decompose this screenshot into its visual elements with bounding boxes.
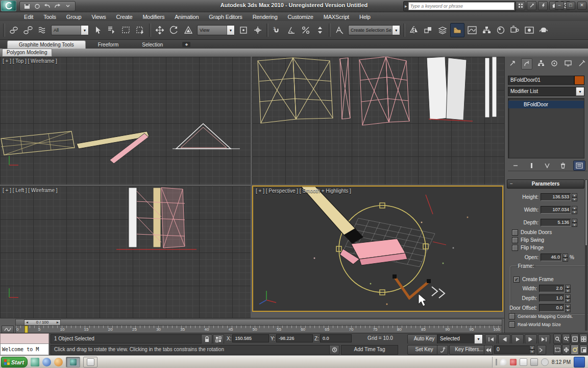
select-and-manipulate-icon[interactable] [251,24,264,37]
motion-tab-icon[interactable] [549,58,559,68]
zoom-extents-icon[interactable] [571,334,579,344]
schematic-view-icon[interactable] [480,24,493,37]
key-step-toggle-icon[interactable] [484,345,493,355]
go-to-start-icon[interactable] [485,334,497,344]
quicklaunch-icon-1[interactable] [31,358,39,366]
slider-next-icon[interactable]: ► [55,320,60,325]
tray-security-icon[interactable] [510,359,517,365]
menu-item[interactable]: MAXScript [319,13,354,20]
selection-lock-icon[interactable] [201,334,212,344]
hierarchy-tab-icon[interactable] [536,58,546,68]
polygon-modeling-panel[interactable]: Polygon Modeling [2,49,52,57]
save-icon[interactable] [23,3,31,10]
key-filters-button[interactable]: Key Filters... [449,345,489,355]
search-go-icon[interactable]: ▸ [405,4,407,9]
time-tag-icon[interactable] [329,345,339,355]
object-name-field[interactable]: BFoldDoor01 [508,76,574,85]
width-spinner[interactable]: ▲▼ [572,206,577,214]
set-key-button[interactable]: Set Key [407,345,441,355]
create-frame-checkbox[interactable]: ✓ Create Frame [513,276,554,283]
rollout-collapse-icon[interactable]: − [510,180,513,188]
search-input[interactable] [408,2,514,10]
width-field[interactable]: 107.034 [541,206,571,214]
bind-to-space-warp-icon[interactable] [36,24,49,37]
select-object-icon[interactable] [91,24,104,37]
absolute-offset-mode-icon[interactable] [213,334,224,344]
rendered-frame-window-icon[interactable] [523,24,536,37]
door-side-assembly[interactable] [129,188,185,248]
frame-spinner[interactable]: ▲▼ [529,346,535,353]
menu-item[interactable]: Group [62,13,86,20]
ribbon-collapse-icon[interactable]: ◆ [182,42,190,47]
bifold-door-white[interactable] [427,57,497,121]
window-crossing-icon[interactable] [134,24,147,37]
use-pivot-point-icon[interactable] [237,24,250,37]
zoom-icon[interactable] [553,334,561,344]
select-and-link-icon[interactable] [7,24,20,37]
orbit-icon[interactable] [571,344,579,355]
subscription-center-icon[interactable] [527,1,536,10]
render-setup-icon[interactable] [508,24,522,37]
door-offset-spinner[interactable]: ▲▼ [565,304,571,312]
frame-depth-field[interactable]: 1.0 [539,294,565,302]
selection-filter-dropdown[interactable]: All ▼ [51,25,89,35]
previous-frame-icon[interactable] [498,334,510,344]
auto-key-button[interactable]: Auto Key [407,334,441,344]
door-offset-field[interactable]: 0.0 [539,304,565,312]
viewport-left[interactable]: [ + ] [ Left ] [ Wireframe ] [0,186,251,318]
viewport-perspective-label[interactable]: [ + ] [ Perspective ] [ Smooth + Highlig… [256,188,351,194]
modifier-stack-item[interactable]: BFoldDoor [508,101,584,108]
dropdown-arrow-icon[interactable]: ▼ [81,26,88,35]
menu-item[interactable]: Tools [39,13,61,20]
checkbox-box[interactable] [509,313,515,319]
dropdown-arrow-icon[interactable]: ▼ [227,26,234,35]
tray-network-icon[interactable] [530,358,538,366]
undo-icon[interactable] [43,3,52,10]
3dsmax-logo-icon[interactable] [1,1,16,11]
title-bar[interactable]: Autodesk 3ds Max 2010 - Unregistered Ver… [0,0,588,12]
named-selection-set-dropdown[interactable]: Create Selection Se ▼ [348,25,400,35]
pan-icon[interactable] [562,344,570,355]
menu-item[interactable]: Help [355,13,375,20]
display-tab-icon[interactable] [563,58,573,68]
perspective-viewport-canvas[interactable] [253,187,502,311]
viewport-left-label[interactable]: [ + ] [ Left ] [ Wireframe ] [3,188,58,193]
dropdown-arrow-icon[interactable]: ▼ [576,87,584,96]
mirror-icon[interactable] [407,24,421,37]
depth-field[interactable]: 5.136 [541,219,571,226]
y-field[interactable]: -98.226 [276,334,313,342]
align-icon[interactable] [422,24,435,37]
spinner-snap-icon[interactable] [313,24,327,37]
modifier-list-dropdown[interactable]: Modifier List ▼ [508,87,584,96]
checkbox-box[interactable] [512,229,518,236]
macro-recorder-pane[interactable] [0,333,49,344]
zoom-extents-all-icon[interactable] [579,334,587,344]
material-editor-icon[interactable] [494,24,507,37]
modify-tab-icon[interactable] [521,58,532,70]
left-viewport-canvas[interactable] [0,186,251,318]
quicklaunch-icon-2[interactable] [54,358,63,366]
scrollbar-thumb[interactable] [585,179,587,246]
select-by-name-icon[interactable] [105,24,118,37]
next-frame-icon[interactable] [525,334,537,344]
key-mode-curve-icon[interactable] [437,345,448,355]
menu-item[interactable]: Create [112,13,137,20]
slider-prev-icon[interactable]: ◄ [24,320,30,325]
open-mini-curve-editor-icon[interactable] [2,326,14,333]
viewport-front[interactable] [252,57,504,185]
restore-button[interactable]: □ [566,2,575,10]
maxscript-mini-listener[interactable]: Welcome to M [0,343,49,355]
show-desktop-icon[interactable] [574,357,585,367]
modifier-stack[interactable]: BFoldDoor [508,98,584,158]
zoom-region-icon[interactable] [553,344,561,355]
create-tab-icon[interactable] [507,58,518,68]
fetch-icon[interactable] [33,3,41,10]
open-listener-icon[interactable] [537,345,546,355]
height-field[interactable]: 136.533 [541,193,571,201]
current-frame-field[interactable]: 0 [494,346,533,354]
open-spinner[interactable]: ▲▼ [562,254,568,261]
ribbon-tab-selection[interactable]: Selection [131,41,174,49]
real-world-map-size-checkbox[interactable]: Real-World Map Size [509,321,561,328]
flip-hinge-checkbox[interactable]: Flip Hinge [512,244,544,251]
tray-document-icon[interactable] [520,358,527,366]
